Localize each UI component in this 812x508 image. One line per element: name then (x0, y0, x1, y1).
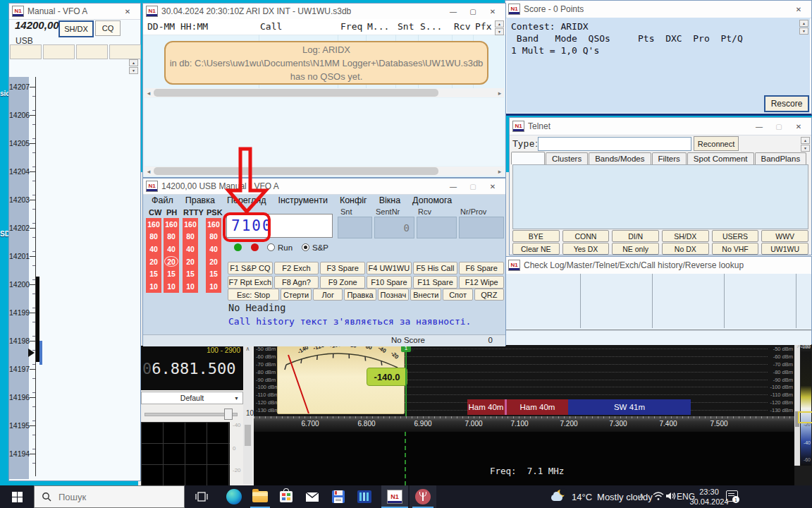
tuned-frequency-readout[interactable]: 06.881.500 (142, 360, 235, 377)
rf-spectrum-panel[interactable]: -50 dBm -50 dBm -60 dBm -60 dBm -70 dBm … (254, 344, 794, 416)
snt-field[interactable] (338, 217, 372, 238)
menu-item[interactable]: Допомога (412, 195, 452, 205)
telnet-command-button[interactable]: BYE (512, 230, 560, 242)
bandmap-scale[interactable]: 14207 14206 14205 14204 14203 14202 1420… (9, 77, 142, 479)
spinner-up-icon[interactable]: ▲ (495, 20, 504, 28)
telnet-tab[interactable] (511, 152, 545, 164)
log-column-header[interactable]: Rcv (454, 21, 470, 32)
minimize-icon[interactable]: — (443, 5, 463, 18)
close-icon[interactable]: ✕ (789, 3, 808, 16)
library-app-button[interactable] (352, 485, 377, 508)
minimize-icon[interactable]: — (443, 180, 463, 193)
band-marker[interactable]: SW 41m (568, 399, 691, 415)
menu-item[interactable]: Перегляд (227, 195, 266, 205)
action-button[interactable]: Познач (378, 289, 410, 301)
telnet-spinner[interactable]: ▲ ▼ (801, 137, 810, 152)
log-spinner[interactable]: ▲ ▼ (495, 20, 504, 35)
function-key-button[interactable]: F1 S&P CQ (228, 262, 273, 274)
rescore-button[interactable]: Rescore (765, 96, 808, 111)
telnet-command-button[interactable]: No DX (662, 243, 709, 255)
bandmap-zoom-spinner[interactable]: ▲ ▼ (129, 59, 138, 74)
band-select-button[interactable]: 160 (183, 218, 198, 231)
band-select-button[interactable]: 20 (183, 255, 198, 268)
tuning-marker-line[interactable] (405, 352, 407, 416)
reconnect-button[interactable]: Reconnect (694, 136, 739, 151)
band-select-button[interactable]: 80 (146, 231, 161, 243)
entry-titlebar[interactable]: N1 14200,00 USB Manual - VFO A — ▢ ✕ (143, 179, 505, 195)
band-select-button[interactable]: 10 (146, 280, 161, 293)
start-button[interactable] (0, 485, 34, 508)
frequency-axis[interactable]: 6.7006.8006.9007.0007.1007.2007.3007.400… (254, 416, 794, 432)
action-button[interactable]: Лог (313, 289, 343, 301)
function-key-button[interactable]: F9 Zone (320, 276, 365, 289)
scroll-left-icon[interactable]: ◂ (144, 90, 153, 97)
function-key-button[interactable]: F12 Wipe (459, 276, 504, 289)
n1mm-taskbar-button[interactable]: N1 (381, 485, 408, 508)
band-select-button[interactable]: 10 (206, 280, 221, 293)
log-column-header[interactable]: Pfx (475, 21, 491, 32)
log-column-header[interactable]: Snt (398, 21, 414, 32)
menu-item[interactable]: Інструменти (278, 195, 327, 205)
menu-item[interactable]: Файл (152, 195, 173, 205)
menu-item[interactable]: Вікна (379, 195, 400, 205)
function-key-button[interactable]: F10 Spare (367, 276, 412, 289)
intensity-range-marker[interactable] (798, 411, 812, 423)
scroll-up-icon[interactable]: ∧ (246, 346, 250, 352)
scroll-left-icon[interactable]: ◂ (144, 168, 153, 175)
spinner-down-icon[interactable]: ▼ (799, 28, 808, 35)
function-key-button[interactable]: F2 Exch (274, 262, 319, 274)
band-select-button[interactable]: 40 (164, 243, 179, 255)
function-key-button[interactable]: F5 His Call (413, 262, 458, 274)
telnet-command-button[interactable]: SH/DX (662, 230, 709, 242)
band-select-button[interactable]: 15 (206, 267, 221, 280)
log-horizontal-scrollbar[interactable]: ◂ ▸ (144, 88, 504, 97)
function-key-button[interactable]: F3 Spare (320, 262, 365, 274)
search-input[interactable] (57, 491, 166, 503)
run-radio[interactable] (267, 243, 275, 251)
action-button[interactable]: Правка (344, 289, 376, 301)
action-button[interactable]: Esc: Stop (228, 289, 279, 301)
score-titlebar[interactable]: N1 Score - 0 Points ✕ (505, 1, 811, 18)
band-select-button[interactable]: 20 (146, 255, 161, 268)
telnet-tab[interactable]: Bands/Modes (589, 152, 651, 164)
tray-chevron-up-icon[interactable]: ∧ (639, 491, 644, 500)
telnet-command-button[interactable]: DI/N (612, 230, 659, 242)
bandmap-titlebar[interactable]: N1 Manual - VFO A ✕ (9, 4, 140, 20)
spinner-up-icon[interactable]: ▲ (799, 20, 808, 27)
logger-app-button[interactable] (326, 485, 351, 508)
telnet-command-button[interactable]: WWV (761, 230, 808, 242)
function-key-button[interactable]: F4 UW1WU (367, 262, 412, 274)
scrollbar-thumb[interactable] (154, 167, 438, 175)
menu-item[interactable]: Конфіг (340, 195, 367, 205)
log-column-header[interactable]: Freq (340, 21, 362, 32)
function-key-button[interactable]: F6 Spare (459, 262, 504, 274)
notification-center-button[interactable]: 1 (726, 490, 740, 503)
cq-button[interactable]: CQ (95, 20, 121, 36)
telnet-tab[interactable]: Filters (652, 152, 687, 164)
log-column-header[interactable]: DD-MM HH:MM (147, 21, 208, 32)
sp-radio[interactable] (302, 243, 309, 251)
intensity-gradient-bar[interactable] (801, 351, 811, 466)
band-select-button[interactable]: 20 (206, 255, 221, 268)
sp-radio-label[interactable]: S&P (312, 243, 328, 252)
nrprov-field[interactable] (459, 217, 504, 238)
log-column-header[interactable]: M... (367, 21, 389, 32)
telnet-command-button[interactable]: No VHF (712, 243, 759, 255)
band-select-button[interactable]: 40 (206, 243, 221, 255)
task-view-button[interactable] (189, 485, 214, 508)
band-select-button[interactable]: 80 (164, 231, 179, 243)
menu-item[interactable]: Правка (185, 195, 215, 205)
clock[interactable]: 23:30 30.04.2024 (687, 487, 731, 507)
function-key-button[interactable]: F8 Agn? (274, 276, 319, 289)
band-marker[interactable]: Ham 40m (467, 399, 505, 415)
action-button[interactable]: QRZ (474, 289, 504, 301)
telnet-output-area[interactable] (512, 164, 808, 229)
spinner-up-icon[interactable]: ▲ (801, 137, 810, 144)
band-select-button[interactable]: 160 (146, 218, 161, 231)
sdr-app-taskbar-button[interactable] (410, 485, 436, 508)
spinner-down-icon[interactable]: ▼ (801, 145, 810, 152)
function-key-button[interactable]: F11 Spare (413, 276, 458, 289)
function-key-button[interactable]: F7 Rpt Exch (228, 276, 273, 289)
log-titlebar[interactable]: N1 30.04.2024 20:30:10Z ARI DX INT - UW1… (143, 4, 505, 20)
telnet-command-button[interactable]: Clear NE (512, 243, 560, 255)
